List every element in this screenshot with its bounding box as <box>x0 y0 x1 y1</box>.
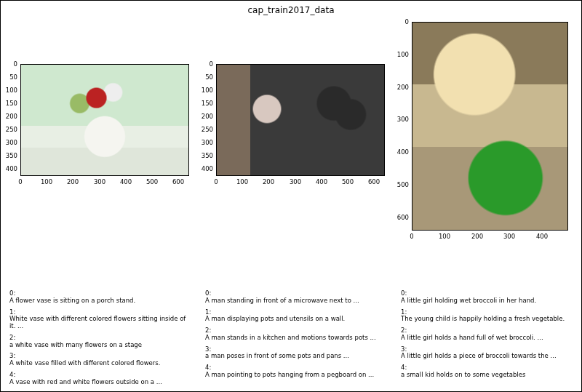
y-tick-label: 350 <box>196 152 213 159</box>
caption-text: A little girl holding wet broccoli in he… <box>401 297 575 305</box>
image-1 <box>216 64 385 176</box>
image-axes-0: 0100200300400500600050100150200250300350… <box>20 64 189 176</box>
x-tick-label: 200 <box>471 233 483 240</box>
y-tick-label: 400 <box>0 165 17 172</box>
caption-entry: 1:A man displaying pots and utensils on … <box>205 309 387 324</box>
x-tick-label: 100 <box>41 178 52 185</box>
caption-entry: 1:The young child is happily holding a f… <box>401 309 575 324</box>
caption-entry: 3:A little girl holds a piece of broccol… <box>401 346 575 361</box>
image-placeholder-icon <box>412 23 567 230</box>
y-tick-label: 50 <box>196 73 213 81</box>
y-tick-label: 500 <box>391 181 409 188</box>
caption-text: White vase with different colored flower… <box>9 316 191 330</box>
caption-entry: 0:A man standing in front of a microwave… <box>205 290 387 305</box>
y-tick-label: 200 <box>391 84 409 91</box>
caption-text: a small kid holds on to some vegetables <box>401 372 575 379</box>
caption-text: A vase with red and white flowers outsid… <box>9 379 191 386</box>
x-tick-label: 400 <box>120 178 132 185</box>
image-0 <box>20 64 189 176</box>
caption-entry: 1:White vase with different colored flow… <box>9 309 191 330</box>
caption-text: A white vase filled with different color… <box>9 360 191 367</box>
x-tick-label: 500 <box>146 178 158 185</box>
x-tick-label: 600 <box>368 178 380 185</box>
y-tick-label: 250 <box>0 126 17 133</box>
caption-entry: 2:a white vase with many flowers on a st… <box>9 335 191 349</box>
x-tick-label: 200 <box>67 178 79 185</box>
y-tick-label: 400 <box>196 165 213 172</box>
caption-text: A little girl holds a piece of broccoli … <box>401 353 575 360</box>
y-tick-label: 150 <box>0 100 17 107</box>
figure-title: cap_train2017_data <box>1 5 581 15</box>
caption-text: a man poses in front of some pots and pa… <box>205 353 387 360</box>
caption-text: A little girl holds a hand full of wet b… <box>401 335 575 342</box>
caption-entry: 3:a man poses in front of some pots and … <box>205 346 387 361</box>
caption-entry: 0:A little girl holding wet broccoli in … <box>401 290 575 305</box>
caption-block-1: 0:A man standing in front of a microwave… <box>205 290 387 383</box>
x-tick-label: 300 <box>290 178 301 185</box>
y-tick-label: 100 <box>196 87 213 94</box>
caption-entry: 4:A man pointing to pots hanging from a … <box>205 364 387 379</box>
x-tick-label: 400 <box>316 178 327 185</box>
caption-entry: 3:A white vase filled with different col… <box>9 353 191 367</box>
image-2 <box>412 22 568 231</box>
image-placeholder-icon <box>21 65 188 175</box>
y-tick-label: 50 <box>0 73 17 81</box>
y-tick-label: 300 <box>0 139 17 146</box>
y-tick-label: 0 <box>391 18 409 25</box>
caption-text: A man stands in a kitchen and motions to… <box>205 335 387 342</box>
y-tick-label: 100 <box>0 87 17 94</box>
x-tick-label: 100 <box>236 178 248 185</box>
y-tick-label: 400 <box>391 148 409 156</box>
image-axes-1: 0100200300400500600050100150200250300350… <box>216 64 385 176</box>
caption-entry: 0:A flower vase is sitting on a porch st… <box>9 290 191 305</box>
caption-text: A flower vase is sitting on a porch stan… <box>9 297 191 305</box>
x-tick-label: 0 <box>214 178 218 185</box>
y-tick-label: 200 <box>196 113 213 120</box>
caption-block-0: 0:A flower vase is sitting on a porch st… <box>9 290 191 390</box>
x-tick-label: 400 <box>536 233 548 240</box>
x-tick-label: 0 <box>18 178 22 185</box>
x-tick-label: 100 <box>439 233 450 240</box>
y-tick-label: 0 <box>196 60 213 68</box>
y-tick-label: 100 <box>391 51 409 58</box>
y-tick-label: 200 <box>0 113 17 120</box>
x-tick-label: 300 <box>94 178 105 185</box>
y-tick-label: 0 <box>0 60 17 68</box>
x-tick-label: 0 <box>410 233 413 240</box>
y-tick-label: 300 <box>196 139 213 146</box>
y-tick-label: 150 <box>196 100 213 107</box>
caption-entry: 4:a small kid holds on to some vegetable… <box>401 364 575 379</box>
y-tick-label: 350 <box>0 152 17 159</box>
y-tick-label: 300 <box>391 116 409 123</box>
y-tick-label: 600 <box>391 214 409 221</box>
x-tick-label: 200 <box>263 178 274 185</box>
caption-text: a white vase with many flowers on a stag… <box>9 342 191 349</box>
caption-block-2: 0:A little girl holding wet broccoli in … <box>401 290 575 383</box>
x-tick-label: 600 <box>172 178 184 185</box>
caption-text: A man pointing to pots hanging from a pe… <box>205 372 387 379</box>
figure: cap_train2017_data 010020030040050060005… <box>0 0 582 392</box>
caption-entry: 2:A little girl holds a hand full of wet… <box>401 327 575 342</box>
caption-text: The young child is happily holding a fre… <box>401 316 575 323</box>
image-axes-2: 01002003004000100200300400500600 <box>412 22 568 231</box>
x-tick-label: 300 <box>503 233 515 240</box>
caption-text: A man standing in front of a microwave n… <box>205 297 387 305</box>
caption-entry: 4:A vase with red and white flowers outs… <box>9 372 191 386</box>
caption-text: A man displaying pots and utensils on a … <box>205 316 387 323</box>
image-placeholder-icon <box>217 65 384 175</box>
x-tick-label: 500 <box>342 178 354 185</box>
caption-entry: 2:A man stands in a kitchen and motions … <box>205 327 387 342</box>
y-tick-label: 250 <box>196 126 213 133</box>
